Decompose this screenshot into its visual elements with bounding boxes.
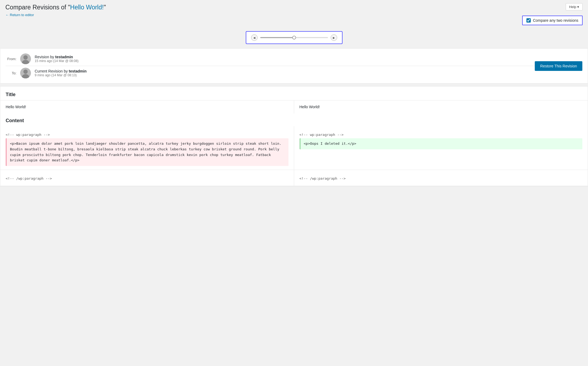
svg-point-1 [23, 55, 28, 60]
slider-right-arrow[interactable]: ▶ [331, 34, 337, 41]
to-comment2: <!-- /wp:paragraph --> [300, 174, 583, 182]
to-content-col: <!-- wp:paragraph --> <p>Oops I deleted … [294, 126, 588, 170]
to-avatar [20, 68, 31, 78]
svg-point-4 [23, 70, 28, 74]
title-section-header: Title [0, 86, 588, 100]
to-revision-prefix: Current Revision by [35, 69, 69, 73]
content-section-header: Content [0, 114, 588, 126]
to-comment1: <!-- wp:paragraph --> [300, 130, 583, 138]
restore-this-revision-button[interactable]: Restore This Revision [535, 61, 582, 71]
slider-track[interactable] [260, 37, 328, 38]
from-title-col: Hello World! [0, 100, 294, 114]
from-comment2: <!-- /wp:paragraph --> [6, 174, 288, 182]
slider-left-arrow[interactable]: ◀ [251, 34, 258, 41]
title-diff-row: Hello World! Hello World! [0, 100, 588, 114]
from-removed-block: <p>Bacon ipsum dolor amet pork loin land… [6, 138, 288, 166]
from-label: From: [6, 57, 16, 61]
revision-slider-wrapper: ◀ ▶ [246, 31, 343, 44]
revision-slider-container: ◀ ▶ [0, 27, 588, 48]
from-avatar [20, 53, 31, 64]
from-revision-author: testadmin [55, 55, 73, 59]
from-revision-prefix: Revision by [35, 55, 55, 59]
to-revision-time: 9 mins ago (14 Mar @ 08:13) [35, 73, 87, 77]
from-comment1: <!-- wp:paragraph --> [6, 130, 288, 138]
to-label: To: [6, 71, 16, 75]
content-bottom-diff-columns: <!-- /wp:paragraph --> <!-- /wp:paragrap… [0, 170, 588, 186]
compare-checkbox[interactable] [526, 18, 531, 23]
to-title-col: Hello World! [294, 100, 588, 114]
to-revision-author: testadmin [69, 69, 87, 73]
from-revision-info: Revision by testadmin 15 mins ago (14 Ma… [35, 55, 79, 63]
content-diff-columns: <!-- wp:paragraph --> <p>Bacon ipsum dol… [0, 126, 588, 170]
slider-fill [260, 37, 294, 38]
compare-checkbox-label[interactable]: Compare any two revisions [533, 18, 578, 23]
to-revision-row: To: Current Revision by testadmin 9 mins… [6, 66, 582, 80]
revision-from-to-panel: From: Revision by testadmin 15 mins ago … [0, 48, 588, 84]
to-title-text: Hello World! [300, 105, 320, 109]
page-title: Compare Revisions of "Hello World!" [5, 4, 583, 11]
diff-container: Title Hello World! Hello World! Content … [0, 86, 588, 186]
to-revision-info: Current Revision by testadmin 9 mins ago… [35, 69, 87, 77]
from-revision-time: 15 mins ago (14 Mar @ 08:08) [35, 59, 79, 63]
post-title-link[interactable]: Hello World! [70, 4, 104, 11]
compare-any-two-revisions-panel: Compare any two revisions [522, 16, 583, 25]
to-added-block: <p>Oops I deleted it.</p> [300, 138, 583, 149]
return-to-editor-link[interactable]: ← Return to editor [5, 13, 34, 17]
from-title-text: Hello World! [6, 105, 26, 109]
from-content-col: <!-- wp:paragraph --> <p>Bacon ipsum dol… [0, 126, 294, 170]
from-comment2-col: <!-- /wp:paragraph --> [0, 170, 294, 186]
to-comment2-col: <!-- /wp:paragraph --> [294, 170, 588, 186]
slider-thumb[interactable] [292, 36, 296, 39]
from-revision-row: From: Revision by testadmin 15 mins ago … [6, 52, 582, 66]
help-button[interactable]: Help ▾ [566, 3, 583, 10]
